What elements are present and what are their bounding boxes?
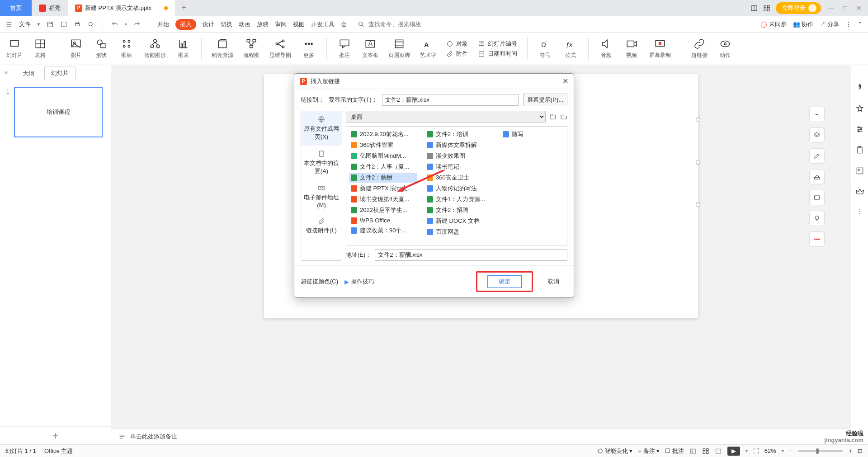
view-normal-icon[interactable] (689, 448, 697, 455)
ribbon-slidenum[interactable]: #幻灯片编号 (478, 40, 517, 48)
ribbon-smartart[interactable]: 智能图形 (144, 38, 166, 59)
rail-clipboard-icon[interactable] (855, 146, 864, 155)
ok-button[interactable]: 确定 (487, 275, 522, 288)
menu-icon[interactable] (5, 21, 13, 28)
location-select[interactable]: 桌面 (346, 111, 546, 122)
ribbon-audio[interactable]: 音频 (599, 38, 614, 59)
menu-insert[interactable]: 插入 (175, 19, 196, 30)
file-item[interactable]: 文件2：薪酬 (349, 173, 417, 183)
login-button[interactable]: 立即登录 (776, 2, 821, 14)
menu-view[interactable]: 视图 (293, 20, 305, 28)
open-folder-icon[interactable] (560, 113, 567, 120)
zoom-plus[interactable]: + (849, 448, 852, 454)
ribbon-picture[interactable]: 图片 (68, 38, 84, 59)
ribbon-chart[interactable]: 图表 (176, 38, 191, 59)
selection-handle[interactable] (696, 160, 700, 165)
zoom-minus[interactable]: − (789, 448, 793, 454)
ribbon-action[interactable]: 动作 (717, 38, 733, 59)
minimize-button[interactable]: — (826, 4, 836, 13)
edit-button[interactable] (809, 148, 825, 164)
link-type-attach[interactable]: 链接附件(L) (301, 213, 342, 239)
file-list[interactable]: 2022.9.30前花名...360软件管家亿图脑图MindM...文件2：人事… (346, 126, 567, 245)
tips-link[interactable]: ▶ 操作技巧 (344, 278, 374, 286)
tab-outline[interactable]: 大纲 (16, 67, 41, 80)
file-item[interactable]: 360安全卫士 (425, 173, 493, 183)
file-item[interactable]: 人物传记的写法 (425, 184, 493, 193)
menu-anim[interactable]: 动画 (239, 20, 250, 28)
dialog-close-button[interactable]: ✕ (562, 77, 568, 85)
new-tab-button[interactable]: + (175, 0, 193, 16)
menu-start[interactable]: 开始 (157, 20, 169, 28)
file-item[interactable]: 文件2：人事（夏... (349, 162, 417, 172)
slide-thumbnail[interactable]: 培训课程 (14, 87, 103, 137)
notes-pane[interactable]: 单击此处添加备注 (111, 428, 851, 444)
more-menu[interactable]: ⋮ (845, 21, 851, 28)
file-item[interactable]: 亿图脑图MindM... (349, 151, 417, 161)
zoom-slider[interactable] (798, 450, 843, 452)
ribbon-docer[interactable]: 稻壳资源 (212, 38, 233, 59)
collab-button[interactable]: 👥 协作 (793, 20, 814, 28)
status-beautify[interactable]: ⬡ 智能美化 ▾ (598, 447, 632, 455)
command-search[interactable] (358, 21, 423, 28)
screen-tip-button[interactable]: 屏幕提示(P)... (523, 94, 567, 106)
menu-dev[interactable]: 开发工具 (311, 20, 335, 28)
tab-current-doc[interactable]: P新建 PPTX 演示文稿.pptx (68, 0, 175, 16)
file-item[interactable]: 2022.9.30前花名... (349, 129, 417, 139)
zoom-fit[interactable]: ⛶ (753, 448, 759, 454)
up-folder-icon[interactable] (549, 113, 557, 120)
ribbon-textbox[interactable]: A文本框 (362, 38, 378, 59)
file-item[interactable]: 随写 (501, 129, 567, 139)
menu-member[interactable]: 会 (341, 20, 347, 28)
preview-icon[interactable] (87, 21, 94, 28)
slideshow-button[interactable]: ▶ (727, 447, 740, 456)
status-notes[interactable]: ≡ 备注 ▾ (638, 447, 660, 455)
file-item[interactable]: 读书变现第4天直... (349, 194, 417, 204)
ribbon-mindmap[interactable]: 思维导图 (269, 38, 291, 59)
ribbon-shape[interactable]: 形状 (94, 38, 109, 59)
view-reading-icon[interactable] (715, 448, 722, 455)
status-review[interactable]: ☐ 批注 (665, 447, 684, 455)
link-color-button[interactable]: 超链接颜色(C) (301, 278, 338, 286)
undo-icon[interactable] (111, 21, 118, 28)
ribbon-screenrec[interactable]: 屏幕录制 (649, 38, 671, 59)
save-icon[interactable] (47, 21, 54, 28)
rail-rocket-icon[interactable] (855, 83, 864, 92)
ribbon-wordart[interactable]: A艺术字 (420, 38, 436, 59)
display-text-input[interactable] (382, 94, 519, 106)
more-float-button[interactable]: ••• (809, 231, 825, 247)
file-item[interactable]: 新媒体文章拆解 (425, 140, 493, 150)
file-item[interactable]: WPS Office (349, 216, 417, 225)
share-button[interactable]: ↗ 分享 (820, 20, 839, 28)
maximize-button[interactable]: □ (842, 4, 849, 13)
link-type-file[interactable]: 原有文件或网页(X) (301, 111, 342, 146)
ribbon-icon[interactable]: 图标 (119, 38, 134, 59)
menu-file[interactable]: 文件 (19, 20, 31, 28)
rail-image-icon[interactable] (855, 166, 864, 175)
layout-icon[interactable] (750, 5, 758, 12)
view-sorter-icon[interactable] (702, 448, 709, 455)
ribbon-object[interactable]: 对象 (446, 40, 468, 48)
layers-button[interactable] (809, 127, 825, 143)
search-input[interactable] (368, 21, 423, 28)
address-input[interactable] (375, 249, 567, 261)
close-button[interactable]: ✕ (854, 4, 863, 13)
template-button[interactable] (809, 169, 825, 184)
zoom-out-button[interactable]: − (809, 107, 825, 122)
save-as-icon[interactable] (60, 21, 67, 28)
add-slide-button[interactable]: + (0, 426, 111, 444)
ribbon-comment[interactable]: 批注 (337, 38, 352, 59)
link-type-email[interactable]: 电子邮件地址(M) (301, 180, 342, 213)
ribbon-datetime[interactable]: 日期和时间 (478, 50, 517, 58)
ribbon-flowchart[interactable]: 流程图 (243, 38, 259, 59)
file-item[interactable]: 文件1：人力资源... (425, 194, 493, 204)
ribbon-video[interactable]: 视频 (624, 38, 639, 59)
file-item[interactable]: 渐变效果图 (425, 151, 493, 161)
file-item[interactable]: 新建 DOCX 文档 (425, 216, 493, 226)
idea-button[interactable] (809, 211, 825, 226)
rail-star-icon[interactable] (855, 104, 864, 113)
rail-settings-icon[interactable] (855, 125, 864, 134)
ribbon-symbol[interactable]: Ω符号 (538, 38, 553, 59)
menu-transition[interactable]: 切换 (221, 20, 232, 28)
rail-crown-icon[interactable] (855, 187, 864, 196)
collapse-ribbon[interactable]: ⌃ (858, 21, 863, 28)
